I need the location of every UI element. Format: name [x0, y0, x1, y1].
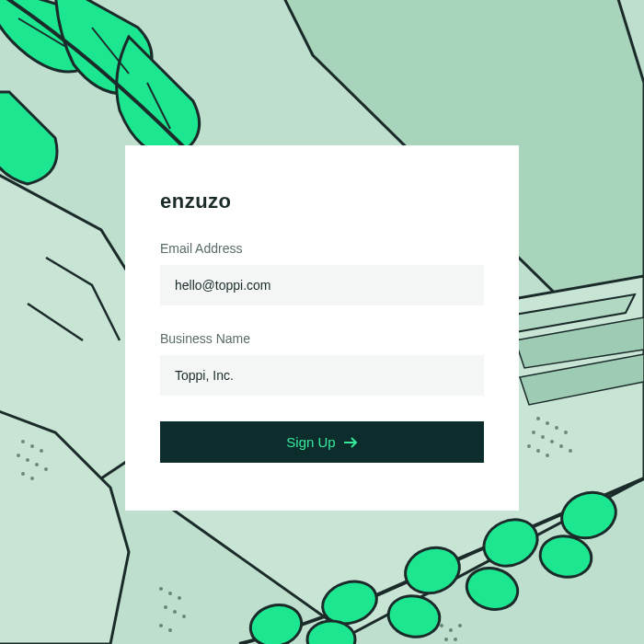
svg-point-40: [173, 610, 177, 614]
svg-point-6: [541, 435, 545, 439]
business-name-field[interactable]: [160, 355, 484, 396]
svg-point-33: [458, 624, 462, 627]
svg-point-11: [536, 449, 540, 453]
svg-point-35: [454, 638, 457, 641]
svg-point-31: [440, 624, 443, 627]
svg-point-39: [164, 605, 167, 609]
business-name-label: Business Name: [160, 331, 484, 346]
svg-point-17: [26, 458, 29, 462]
svg-point-36: [159, 587, 163, 591]
email-label: Email Address: [160, 241, 484, 256]
svg-point-15: [40, 449, 43, 453]
signup-button[interactable]: Sign Up: [160, 421, 484, 463]
svg-point-18: [35, 463, 39, 466]
svg-point-42: [159, 624, 163, 627]
svg-point-10: [527, 444, 531, 448]
email-form-group: Email Address: [160, 241, 484, 305]
svg-point-21: [30, 477, 34, 480]
svg-point-4: [564, 431, 568, 434]
signup-card: enzuzo Email Address Business Name Sign …: [125, 145, 519, 511]
svg-point-37: [168, 592, 172, 595]
svg-point-19: [44, 467, 48, 471]
signup-button-label: Sign Up: [286, 434, 335, 450]
svg-point-2: [546, 421, 549, 425]
svg-point-5: [532, 431, 535, 434]
arrow-right-icon: [343, 436, 358, 449]
svg-point-14: [30, 444, 34, 448]
svg-point-8: [559, 444, 563, 448]
svg-point-7: [550, 440, 554, 443]
brand-logo: enzuzo: [160, 190, 484, 213]
svg-point-34: [444, 638, 448, 641]
email-field[interactable]: [160, 265, 484, 305]
svg-point-12: [546, 454, 549, 457]
svg-point-3: [555, 426, 558, 430]
business-form-group: Business Name: [160, 331, 484, 396]
svg-point-1: [536, 417, 540, 420]
svg-point-13: [21, 440, 25, 443]
svg-point-38: [178, 596, 181, 600]
svg-point-32: [449, 628, 453, 632]
svg-point-43: [168, 628, 172, 632]
svg-point-20: [21, 472, 25, 476]
svg-point-41: [182, 615, 186, 618]
svg-point-16: [17, 454, 20, 457]
svg-point-9: [569, 449, 572, 453]
